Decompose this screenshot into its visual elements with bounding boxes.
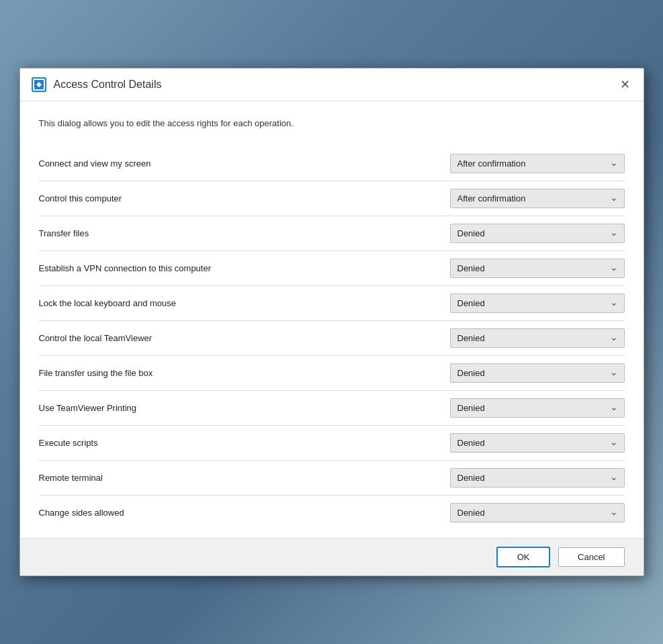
select-wrapper-execute-scripts: AllowedAfter confirmationDenied: [450, 433, 625, 453]
teamviewer-icon: [31, 77, 47, 93]
close-button[interactable]: ✕: [617, 77, 633, 92]
permission-label-connect-view: Connect and view my screen: [39, 158, 151, 169]
ok-button[interactable]: OK: [496, 547, 550, 567]
separator: [39, 495, 625, 496]
select-wrapper-control-computer: AllowedAfter confirmationDenied: [450, 189, 625, 208]
permission-label-control-teamviewer: Control the local TeamViewer: [39, 333, 152, 343]
select-wrapper-file-box: AllowedAfter confirmationDenied: [450, 363, 625, 383]
select-wrapper-connect-view: AllowedAfter confirmationDenied: [450, 154, 625, 173]
permission-select-transfer-files[interactable]: AllowedAfter confirmationDenied: [450, 224, 625, 243]
dialog-title: Access Control Details: [54, 79, 162, 91]
separator: [39, 425, 625, 426]
permission-select-tv-printing[interactable]: AllowedAfter confirmationDenied: [450, 398, 625, 418]
permission-select-vpn-connection[interactable]: AllowedAfter confirmationDenied: [450, 259, 625, 278]
separator: [39, 355, 625, 356]
dialog-footer: OK Cancel: [20, 538, 644, 576]
separator: [39, 285, 625, 286]
permission-select-control-teamviewer[interactable]: AllowedAfter confirmationDenied: [450, 328, 625, 348]
permission-select-remote-terminal[interactable]: AllowedAfter confirmationDenied: [450, 468, 625, 488]
separator: [39, 216, 625, 216]
permission-select-execute-scripts[interactable]: AllowedAfter confirmationDenied: [450, 433, 625, 453]
permission-row: Establish a VPN connection to this compu…: [39, 254, 625, 283]
permission-row: Control this computerAllowedAfter confir…: [39, 184, 625, 213]
select-wrapper-tv-printing: AllowedAfter confirmationDenied: [450, 398, 625, 418]
permission-label-control-computer: Control this computer: [39, 193, 122, 203]
separator: [39, 320, 625, 321]
cancel-button[interactable]: Cancel: [558, 547, 624, 567]
permission-label-file-box: File transfer using the file box: [39, 368, 153, 378]
dialog-body: This dialog allows you to edit the acces…: [20, 101, 644, 537]
title-bar-left: Access Control Details: [31, 77, 162, 93]
permission-label-lock-keyboard-mouse: Lock the local keyboard and mouse: [39, 298, 177, 308]
access-control-dialog: Access Control Details ✕ This dialog all…: [19, 68, 644, 576]
permission-row: File transfer using the file boxAllowedA…: [39, 359, 625, 387]
select-wrapper-transfer-files: AllowedAfter confirmationDenied: [450, 224, 625, 243]
permission-label-transfer-files: Transfer files: [39, 228, 89, 238]
description-text: This dialog allows you to edit the acces…: [39, 118, 625, 130]
permission-select-change-sides[interactable]: AllowedAfter confirmationDenied: [450, 503, 625, 522]
select-wrapper-lock-keyboard-mouse: AllowedAfter confirmationDenied: [450, 293, 625, 313]
select-wrapper-remote-terminal: AllowedAfter confirmationDenied: [450, 468, 625, 488]
permissions-list: Connect and view my screenAllowedAfter c…: [39, 149, 625, 527]
permission-row: Execute scriptsAllowedAfter confirmation…: [39, 428, 625, 457]
permission-label-tv-printing: Use TeamViewer Printing: [39, 403, 136, 413]
permission-label-vpn-connection: Establish a VPN connection to this compu…: [39, 263, 212, 273]
permission-select-connect-view[interactable]: AllowedAfter confirmationDenied: [450, 154, 625, 173]
permission-row: Change sides allowedAllowedAfter confirm…: [39, 498, 625, 527]
separator: [39, 460, 625, 461]
permission-select-file-box[interactable]: AllowedAfter confirmationDenied: [450, 363, 625, 383]
separator: [39, 181, 625, 181]
permission-row: Lock the local keyboard and mouseAllowed…: [39, 289, 625, 318]
permission-row: Remote terminalAllowedAfter confirmation…: [39, 463, 625, 492]
permission-row: Use TeamViewer PrintingAllowedAfter conf…: [39, 394, 625, 422]
select-wrapper-vpn-connection: AllowedAfter confirmationDenied: [450, 259, 625, 278]
permission-row: Connect and view my screenAllowedAfter c…: [39, 149, 625, 178]
permission-label-execute-scripts: Execute scripts: [39, 438, 98, 448]
title-bar: Access Control Details ✕: [20, 68, 644, 101]
separator: [39, 250, 625, 251]
permission-label-change-sides: Change sides allowed: [39, 508, 124, 518]
permission-label-remote-terminal: Remote terminal: [39, 473, 103, 483]
permission-row: Control the local TeamViewerAllowedAfter…: [39, 324, 625, 353]
select-wrapper-control-teamviewer: AllowedAfter confirmationDenied: [450, 328, 625, 348]
separator: [39, 390, 625, 391]
permission-select-lock-keyboard-mouse[interactable]: AllowedAfter confirmationDenied: [450, 293, 625, 313]
permission-select-control-computer[interactable]: AllowedAfter confirmationDenied: [450, 189, 625, 208]
permission-row: Transfer filesAllowedAfter confirmationD…: [39, 219, 625, 248]
select-wrapper-change-sides: AllowedAfter confirmationDenied: [450, 503, 625, 522]
